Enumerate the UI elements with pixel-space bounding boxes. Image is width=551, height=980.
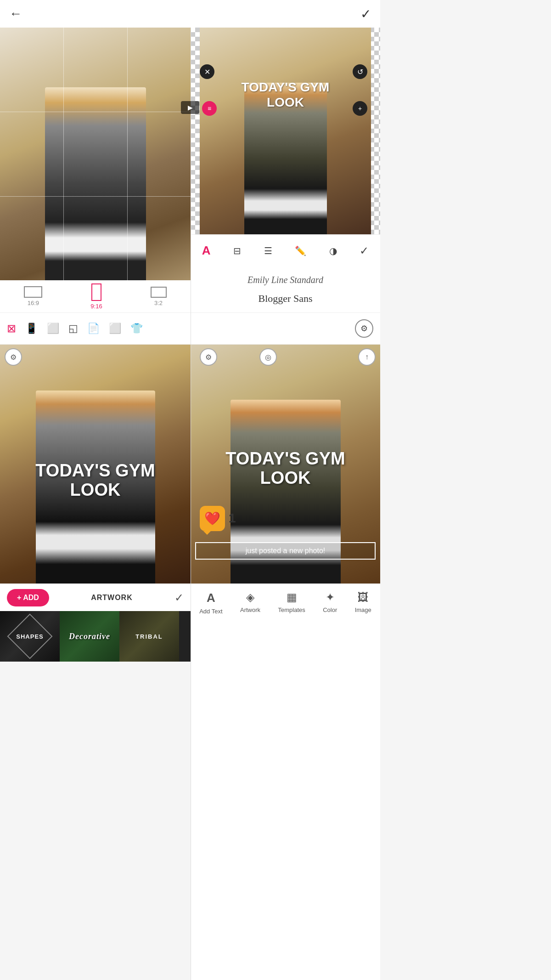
- aspect-ratio-bar: 16:9 9:16 3:2: [0, 280, 191, 312]
- canvas-settings-left[interactable]: ⚙: [5, 348, 22, 366]
- text-confirm[interactable]: ✓: [360, 244, 369, 257]
- crop-panel[interactable]: [0, 28, 191, 280]
- document-tool[interactable]: ◱: [68, 323, 78, 334]
- font-item-blogger[interactable]: Blogger Sans: [191, 289, 380, 308]
- aspect-9-16-label: 9:16: [90, 303, 102, 310]
- image-icon: 🖼: [358, 591, 369, 604]
- crop-image[interactable]: [0, 28, 191, 280]
- crop-grid: [0, 28, 191, 280]
- text-contrast[interactable]: ◑: [329, 245, 337, 256]
- device2-tool[interactable]: ⬜: [109, 323, 121, 334]
- device-toolbar: ⊠ 📱 ⬜ ◱ 📄 ⬜ 👕 ⚙: [0, 312, 380, 345]
- nav-artwork[interactable]: ◈ Artwork: [240, 591, 260, 613]
- settings-circle-button[interactable]: ⚙: [355, 319, 373, 338]
- top-bar: ← ✓: [0, 0, 380, 28]
- nav-templates[interactable]: ▦ Templates: [278, 591, 305, 613]
- text-pen[interactable]: ✏️: [295, 245, 306, 256]
- aspect-9-16-box: [91, 283, 101, 301]
- canvas-target-right[interactable]: ◎: [259, 348, 277, 366]
- add-text-icon: A: [207, 591, 215, 605]
- text-toolbar: A ⊟ ☰ ✏️ ◑ ✓: [191, 234, 380, 266]
- aspect-9-16[interactable]: 9:16: [90, 283, 102, 310]
- text-play-button[interactable]: ▶: [181, 101, 199, 114]
- nav-add-text[interactable]: A Add Text: [199, 591, 222, 615]
- just-posted-box: just posted a new photo!: [195, 542, 376, 560]
- confirm-button[interactable]: ✓: [360, 6, 371, 22]
- tablet-tool[interactable]: ⬜: [47, 323, 59, 334]
- artwork-icon: ◈: [246, 591, 254, 604]
- text-expand-button[interactable]: +: [353, 101, 367, 116]
- add-text-label: Add Text: [199, 608, 222, 615]
- back-button[interactable]: ←: [9, 6, 22, 21]
- text-format-A[interactable]: A: [202, 244, 211, 258]
- color-icon: ✦: [326, 591, 335, 604]
- canvas-image-right: TODAY'S GYM LOOK ❤️ 1 just posted a new …: [191, 345, 380, 583]
- text-preview-panel[interactable]: TODAY'S GYM LOOK: [191, 28, 380, 234]
- text-sliders[interactable]: ⊟: [233, 245, 241, 256]
- bottom-nav: A Add Text ◈ Artwork ▦ Templates ✦ Color…: [191, 583, 380, 980]
- canvas-share-right[interactable]: ↑: [358, 348, 376, 366]
- templates-nav-label: Templates: [278, 606, 305, 613]
- color-nav-label: Color: [323, 606, 337, 613]
- artwork-label: ARTWORK: [49, 594, 174, 602]
- page-tool[interactable]: 📄: [87, 323, 100, 334]
- thumb-tribal[interactable]: TRIBAL: [119, 611, 179, 662]
- aspect-3-2-label: 3:2: [154, 300, 163, 306]
- font-emily-label: Emily Line Standard: [247, 275, 323, 285]
- font-blogger-label: Blogger Sans: [259, 293, 313, 304]
- panel-divider: [191, 28, 191, 980]
- thumb-decorative[interactable]: Decorative: [60, 611, 119, 662]
- artwork-thumbnails: SHAPES Decorative TRIBAL: [0, 611, 191, 662]
- nav-image[interactable]: 🖼 Image: [355, 591, 371, 613]
- left-canvas[interactable]: TODAY'S GYM LOOK: [0, 345, 191, 583]
- bottom-action-bar: + ADD ARTWORK ✓: [0, 583, 191, 611]
- aspect-16-9-box: [24, 286, 42, 298]
- text-rotate-button[interactable]: ↺: [353, 64, 367, 79]
- text-color-button[interactable]: ≡: [202, 101, 217, 116]
- text-close-button[interactable]: ✕: [200, 64, 214, 79]
- aspect-16-9[interactable]: 16:9: [24, 286, 42, 306]
- artwork-nav-label: Artwork: [240, 606, 260, 613]
- heart-icon: ❤️: [200, 506, 225, 531]
- image-nav-label: Image: [355, 606, 371, 613]
- text-align[interactable]: ☰: [264, 245, 272, 256]
- crop-tool[interactable]: ⊠: [7, 322, 16, 335]
- thumb-shapes[interactable]: SHAPES: [0, 611, 60, 662]
- canvas-settings-right[interactable]: ⚙: [200, 348, 217, 366]
- like-count: 1: [229, 511, 236, 526]
- templates-icon: ▦: [287, 591, 297, 604]
- aspect-16-9-label: 16:9: [28, 300, 39, 306]
- canvas-text-left: TODAY'S GYM LOOK: [5, 461, 186, 500]
- preview-image: TODAY'S GYM LOOK: [200, 28, 371, 234]
- canvas-text-right: TODAY'S GYM LOOK: [195, 449, 376, 488]
- right-canvas[interactable]: TODAY'S GYM LOOK ❤️ 1 just posted a new …: [191, 345, 380, 583]
- add-button[interactable]: + ADD: [7, 589, 49, 606]
- aspect-3-2-box: [151, 287, 167, 298]
- canvas-image-left: TODAY'S GYM LOOK: [0, 345, 191, 583]
- phone-tool[interactable]: 📱: [25, 323, 38, 334]
- font-item-emily[interactable]: Emily Line Standard: [191, 271, 380, 289]
- aspect-3-2[interactable]: 3:2: [151, 287, 167, 306]
- preview-text: TODAY'S GYM LOOK: [204, 79, 366, 110]
- nav-color[interactable]: ✦ Color: [323, 591, 337, 613]
- like-badge: ❤️ 1: [200, 506, 236, 531]
- bottom-check-button[interactable]: ✓: [174, 591, 184, 604]
- tshirt-tool[interactable]: 👕: [130, 323, 143, 334]
